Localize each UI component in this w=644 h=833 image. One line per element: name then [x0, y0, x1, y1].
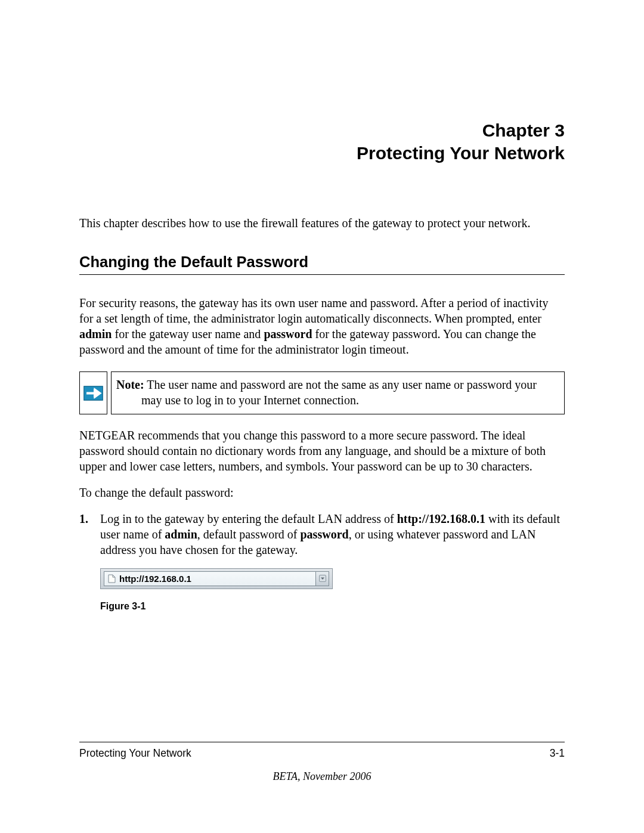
footer-center: BETA, November 2006 [79, 770, 565, 783]
address-url: http://192.168.0.1 [119, 574, 191, 584]
bold-url: http://192.168.0.1 [397, 512, 485, 525]
section-heading: Changing the Default Password [79, 253, 565, 275]
note-callout: Note: The user name and password are not… [79, 371, 565, 414]
chapter-intro: This chapter describes how to use the fi… [79, 215, 565, 231]
figure-wrap: http://192.168.0.1 Figure 3-1 [100, 568, 565, 612]
note-line2: may use to log in to your Internet conne… [116, 392, 558, 408]
figure-caption: Figure 3-1 [100, 601, 565, 612]
bold-admin: admin [165, 528, 197, 541]
bold-password: password [301, 528, 349, 541]
step-number: 1. [79, 511, 100, 558]
note-label: Note: [116, 378, 144, 391]
address-dropdown-button[interactable] [316, 571, 329, 586]
address-field[interactable]: http://192.168.0.1 [104, 571, 316, 586]
chapter-number: Chapter 3 [482, 120, 565, 140]
bold-admin: admin [79, 327, 112, 340]
arrow-right-icon [83, 386, 103, 401]
text: , default password of [197, 528, 301, 541]
text: for the gateway user name and [112, 327, 264, 340]
paragraph-security: For security reasons, the gateway has it… [79, 295, 565, 357]
footer-left: Protecting Your Network [79, 747, 191, 760]
page-icon [108, 574, 116, 583]
paragraph-procedure-intro: To change the default password: [79, 485, 565, 500]
step-1: 1. Log in to the gateway by entering the… [79, 511, 565, 558]
text: Log in to the gateway by entering the de… [100, 512, 397, 525]
footer-page-number: 3-1 [550, 747, 565, 760]
chapter-name: Protecting Your Network [357, 143, 565, 163]
note-text-box: Note: The user name and password are not… [111, 371, 565, 414]
note-line1: The user name and password are not the s… [144, 378, 537, 391]
browser-address-bar: http://192.168.0.1 [100, 568, 333, 589]
text: For security reasons, the gateway has it… [79, 296, 548, 325]
page-footer: Protecting Your Network 3-1 BETA, Novemb… [79, 742, 565, 783]
paragraph-recommendation: NETGEAR recommends that you change this … [79, 428, 565, 474]
step-body: Log in to the gateway by entering the de… [100, 511, 565, 558]
bold-password: password [264, 327, 312, 340]
chevron-down-icon [319, 574, 326, 584]
note-icon-box [79, 371, 107, 414]
chapter-title: Chapter 3 Protecting Your Network [79, 119, 565, 164]
